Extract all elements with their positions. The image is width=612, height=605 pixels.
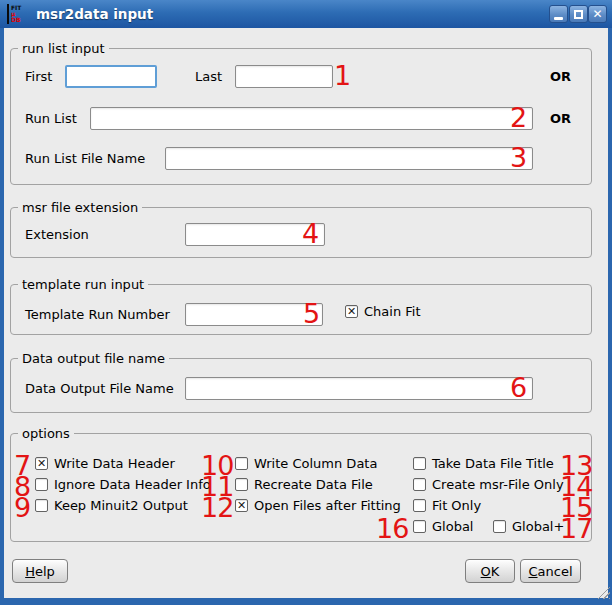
- chain-fit-checkbox[interactable]: ✕ Chain Fit: [345, 304, 421, 319]
- run-list-input[interactable]: [90, 107, 533, 130]
- checkbox-open-files-after-fitting[interactable]: ✕ Open Files after Fitting: [235, 498, 401, 513]
- checkbox-box: ✕: [35, 457, 48, 470]
- minimize-button[interactable]: [549, 5, 568, 23]
- checkbox-take-data-file-title[interactable]: Take Data File Title: [413, 456, 554, 471]
- msr2data-input-dialog: FIT µ DB msr2data input ✕ run list input…: [0, 0, 612, 605]
- checkbox-ignore-data-header-info[interactable]: Ignore Data Header Info: [35, 477, 211, 492]
- checkbox-box: ✕: [235, 499, 248, 512]
- check-icon: ✕: [237, 500, 246, 511]
- checkbox-write-data-header[interactable]: ✕ Write Data Header: [35, 456, 175, 471]
- ok-button[interactable]: OK: [465, 559, 515, 583]
- checkbox-box: ✕: [345, 305, 358, 318]
- checkbox-box: [413, 457, 426, 470]
- last-run-input[interactable]: [235, 65, 333, 88]
- or-label-2: OR: [550, 111, 571, 126]
- template-run-number-input[interactable]: [185, 303, 323, 326]
- group-run-list-title: run list input: [18, 40, 109, 57]
- checkbox-box: [235, 457, 248, 470]
- cancel-button[interactable]: Cancel: [520, 559, 581, 583]
- data-output-file-name-input[interactable]: [185, 377, 533, 400]
- run-list-file-name-input[interactable]: [165, 147, 533, 170]
- app-icon: FIT µ DB: [7, 4, 28, 24]
- window-title: msr2data input: [36, 0, 153, 28]
- help-button[interactable]: Help: [12, 559, 68, 583]
- maximize-button[interactable]: [569, 5, 588, 23]
- group-options-title: options: [18, 425, 74, 442]
- check-icon: ✕: [37, 458, 46, 469]
- group-extension-title: msr file extension: [18, 199, 142, 216]
- checkbox-box: [235, 478, 248, 491]
- last-label: Last: [195, 69, 222, 85]
- close-icon: ✕: [592, 8, 602, 20]
- template-run-number-label: Template Run Number: [25, 307, 170, 323]
- checkbox-write-column-data[interactable]: Write Column Data: [235, 456, 377, 471]
- checkbox-box: [413, 520, 426, 533]
- group-output-title: Data output file name: [18, 350, 169, 367]
- first-label: First: [25, 69, 52, 85]
- maximize-icon: [574, 10, 583, 19]
- or-label-1: OR: [550, 69, 571, 84]
- group-template-title: template run input: [18, 276, 148, 293]
- checkbox-box: [35, 478, 48, 491]
- checkbox-fit-only[interactable]: Fit Only: [413, 498, 481, 513]
- run-list-label: Run List: [25, 111, 77, 127]
- checkbox-create-msr-file-only[interactable]: Create msr-File Only: [413, 477, 564, 492]
- checkbox-box: [413, 478, 426, 491]
- checkbox-recreate-data-file[interactable]: Recreate Data File: [235, 477, 373, 492]
- close-button[interactable]: ✕: [588, 5, 607, 23]
- checkbox-box: [35, 499, 48, 512]
- extension-input[interactable]: [185, 223, 325, 246]
- title-bar[interactable]: FIT µ DB msr2data input ✕: [0, 0, 612, 28]
- chain-fit-label: Chain Fit: [364, 304, 421, 319]
- minimize-icon: [554, 17, 563, 20]
- checkbox-global[interactable]: Global: [413, 519, 473, 534]
- data-output-file-name-label: Data Output File Name: [25, 381, 174, 397]
- checkbox-box: [413, 499, 426, 512]
- extension-label: Extension: [25, 227, 89, 243]
- checkbox-box: [493, 520, 506, 533]
- first-run-input[interactable]: [65, 65, 157, 88]
- checkbox-global-plus[interactable]: Global+: [493, 519, 564, 534]
- checkbox-keep-minuit2-output[interactable]: Keep Minuit2 Output: [35, 498, 188, 513]
- check-icon: ✕: [347, 306, 356, 317]
- run-list-file-name-label: Run List File Name: [25, 151, 145, 167]
